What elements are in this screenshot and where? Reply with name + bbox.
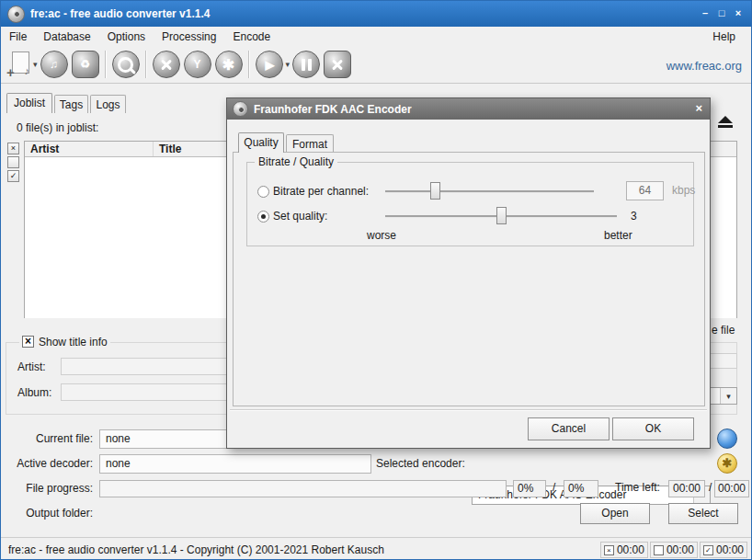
file-progress-bar [99, 480, 507, 497]
column-header-artist[interactable]: Artist [25, 142, 154, 156]
partial-label-file: e file [712, 324, 735, 337]
timer-value: 00:00 [716, 543, 744, 556]
pause-icon [302, 59, 312, 71]
menu-help[interactable]: Help [704, 28, 744, 46]
dialog-cd-icon [233, 101, 248, 117]
menu-file[interactable]: File [1, 28, 35, 46]
toolbar-separator [105, 51, 107, 78]
settings-button[interactable]: ✱ [215, 51, 243, 78]
file-progress-label: File progress: [1, 479, 93, 498]
toolbar: + ♪ ▾ ♫ ♻ Y ✱ ▶ ▾ [1, 46, 751, 84]
stop-x-icon [330, 57, 345, 72]
toolbar-separator [248, 51, 250, 78]
album-label: Album: [17, 386, 51, 399]
stop-encoding-button[interactable] [324, 51, 351, 78]
checkbox-crossed-icon: × [604, 545, 614, 555]
clear-joblist-button[interactable]: ♻ [72, 51, 99, 78]
active-decoder-value: none [99, 454, 371, 474]
add-files-dropdown-arrow-icon[interactable]: ▾ [33, 60, 38, 69]
cancel-button[interactable]: Cancel [528, 417, 610, 440]
set-quality-radio[interactable] [257, 211, 269, 223]
configure-tools-button[interactable] [153, 51, 180, 78]
artist-label: Artist: [17, 360, 46, 373]
add-files-button[interactable]: + ♪ [6, 51, 30, 78]
timer-unselected[interactable]: 00:00 [650, 542, 698, 558]
bitrate-slider[interactable] [385, 190, 594, 193]
status-text: fre:ac - free audio converter v1.1.4 - C… [8, 543, 384, 556]
active-decoder-label: Active decoder: [1, 454, 93, 474]
window-title: fre:ac - free audio converter v1.1.4 [30, 7, 210, 20]
select-all-button[interactable]: × [7, 143, 19, 154]
chevron-down-icon[interactable]: ▾ [720, 388, 736, 404]
minimize-button[interactable]: – [700, 6, 711, 19]
trash-icon: ♻ [80, 58, 90, 71]
bitrate-value[interactable]: 64 [626, 181, 664, 200]
slash: / [709, 481, 712, 494]
bitrate-radio[interactable] [257, 186, 269, 198]
open-button[interactable]: Open [580, 503, 650, 524]
scale-better-label: better [604, 229, 632, 242]
joblist-count: 0 file(s) in joblist: [17, 121, 98, 134]
quality-value: 3 [631, 210, 637, 223]
gear-icon: ✱ [222, 56, 234, 74]
quality-slider-thumb[interactable] [496, 207, 507, 224]
globe-icon[interactable] [717, 429, 737, 449]
time-left-file: 00:00 [668, 480, 705, 497]
timer-value: 00:00 [617, 543, 644, 556]
app-cd-icon [7, 6, 25, 23]
tab-tags[interactable]: Tags [54, 95, 88, 113]
processing-button[interactable]: Y [184, 51, 211, 78]
tab-logs[interactable]: Logs [90, 95, 126, 113]
partial-field[interactable] [708, 353, 737, 369]
select-button[interactable]: Select [668, 503, 738, 524]
dialog-close-button[interactable]: × [695, 101, 702, 115]
menu-encode[interactable]: Encode [224, 28, 279, 46]
ok-button[interactable]: OK [612, 417, 694, 440]
close-button[interactable]: × [733, 6, 744, 19]
encoder-config-dialog: Fraunhofer FDK AAC Encoder × Quality For… [226, 97, 711, 449]
play-icon: ▶ [266, 58, 275, 72]
partial-combo[interactable]: ▾ [708, 387, 737, 405]
start-encoding-dropdown-arrow-icon[interactable]: ▾ [286, 60, 291, 69]
menu-options[interactable]: Options [99, 28, 154, 46]
group-title: Bitrate / Quality [255, 155, 337, 168]
timer-selected[interactable]: × 00:00 [600, 542, 648, 558]
scale-worse-label: worse [367, 229, 396, 242]
dialog-tab-quality[interactable]: Quality [238, 132, 284, 153]
plus-icon: + [6, 66, 15, 78]
menu-processing[interactable]: Processing [154, 28, 224, 46]
configure-encoder-gear-icon[interactable]: ✱ [717, 453, 737, 474]
music-note-icon: ♪ [25, 65, 30, 76]
current-file-label: Current file: [1, 429, 93, 449]
show-title-info[interactable]: × Show title info [19, 336, 110, 349]
menu-database[interactable]: Database [35, 28, 98, 46]
status-bar: fre:ac - free audio converter v1.1.4 - C… [1, 537, 751, 560]
file-progress-percent: 0% [513, 480, 546, 497]
maximize-button[interactable]: □ [716, 6, 727, 19]
bitrate-quality-group: Bitrate / Quality Bitrate per channel: 6… [246, 162, 694, 246]
time-left-total: 00:00 [714, 480, 749, 497]
timer-total[interactable]: ✓ 00:00 [700, 542, 747, 558]
cddb-query-button[interactable] [112, 51, 140, 78]
start-encoding-button[interactable]: ▶ [256, 51, 283, 78]
tab-joblist[interactable]: Joblist [6, 93, 52, 113]
bitrate-slider-thumb[interactable] [430, 182, 440, 200]
select-none-button[interactable] [7, 156, 19, 168]
time-left-label: Time left: [615, 481, 660, 494]
freac-website-link[interactable]: www.freac.org [667, 59, 742, 73]
pause-encoding-button[interactable] [292, 51, 320, 78]
checkbox-checked-icon: ✓ [703, 545, 713, 555]
dialog-tab-format[interactable]: Format [286, 134, 334, 153]
toggle-selection-button[interactable]: ✓ [7, 170, 19, 182]
menu-bar: File Database Options Processing Encode … [1, 27, 751, 47]
dialog-separator [230, 409, 707, 411]
add-cd-button[interactable]: ♫ [40, 51, 68, 78]
toolbar-separator [145, 51, 147, 78]
slash: / [553, 481, 555, 494]
total-progress-percent: 0% [564, 480, 598, 497]
eject-icon[interactable] [716, 115, 735, 129]
cd-audio-icon: ♫ [50, 58, 58, 71]
app-window: fre:ac - free audio converter v1.1.4 – □… [0, 0, 752, 560]
show-title-info-label: Show title info [39, 336, 108, 349]
show-title-info-checkbox[interactable]: × [22, 336, 34, 348]
